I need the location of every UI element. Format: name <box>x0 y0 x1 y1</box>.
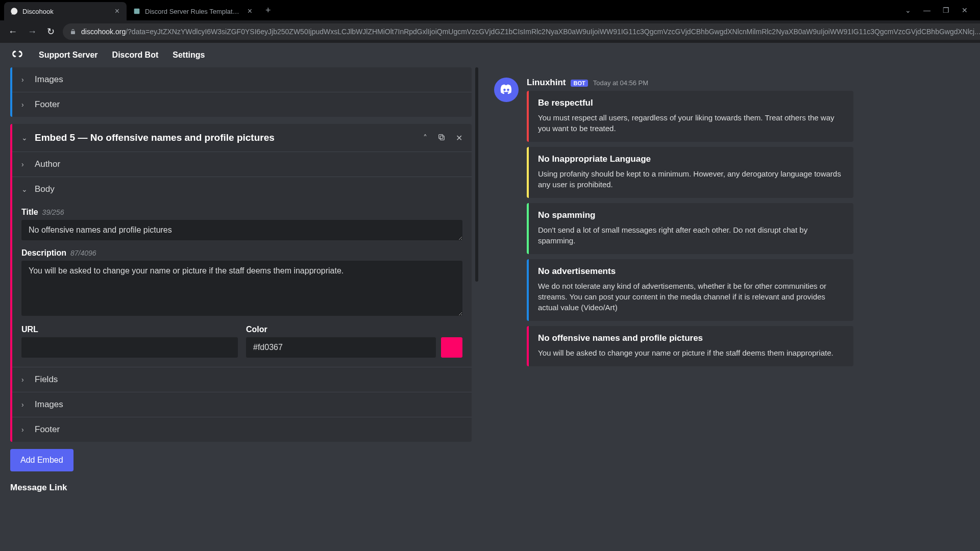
nav-settings[interactable]: Settings <box>173 51 205 60</box>
section-author[interactable]: › Author <box>12 152 472 177</box>
url-path: /?data=eyJtZXNzYWdlcyI6W3siZGF0YSI6eyJjb… <box>126 28 980 36</box>
title-label: Title 39/256 <box>21 208 462 217</box>
embed-header: ⌄ Embed 5 — No offensive names and profi… <box>12 124 472 152</box>
browser-tab-active[interactable]: Discohook × <box>4 2 127 20</box>
svg-rect-3 <box>440 136 444 140</box>
svg-rect-4 <box>439 134 443 138</box>
section-body-toggle[interactable]: ⌄ Body <box>12 177 472 202</box>
label-text: Description <box>21 248 66 258</box>
preview-embed: No offensive names and profile pictures … <box>527 326 853 366</box>
url-color-row: URL Color <box>21 325 462 358</box>
title-input[interactable] <box>21 220 462 240</box>
embed-description: You will be asked to change your name or… <box>538 347 844 358</box>
browser-chrome: Discohook × Discord Server Rules Templat… <box>0 0 980 43</box>
message-content: Linuxhint BOT Today at 04:56 PM Be respe… <box>527 78 966 371</box>
section-label: Images <box>35 74 63 85</box>
chevron-right-icon: › <box>21 425 29 434</box>
page-favicon <box>133 7 141 15</box>
chevron-down-icon: ⌄ <box>21 185 29 193</box>
color-row <box>246 337 462 358</box>
lock-icon <box>70 29 76 35</box>
label-text: Title <box>21 208 38 217</box>
duplicate-icon[interactable] <box>437 133 446 143</box>
url-host: discohook.org <box>81 28 126 36</box>
message-timestamp: Today at 04:56 PM <box>593 79 648 87</box>
section-label: Footer <box>35 99 60 110</box>
embed-card-prev: › Images › Footer <box>10 67 472 117</box>
section-label: Body <box>35 184 55 194</box>
minimize-icon[interactable]: — <box>923 6 930 14</box>
message-author: Linuxhint <box>527 78 566 88</box>
address-bar: ← → ↻ discohook.org/?data=eyJtZXNzYWdlcy… <box>0 20 980 43</box>
forward-button[interactable]: → <box>26 24 39 39</box>
section-footer[interactable]: › Footer <box>12 417 472 442</box>
preview-embed: Be respectful You must respect all users… <box>527 91 853 142</box>
preview-embed: No spamming Don't send a lot of small me… <box>527 203 853 254</box>
tab-bar: Discohook × Discord Server Rules Templat… <box>0 0 980 20</box>
tab-title: Discohook <box>22 8 110 15</box>
embed-title: Embed 5 — No offensive names and profile… <box>35 132 417 143</box>
url-input[interactable] <box>21 337 238 358</box>
label-text: Color <box>246 325 267 334</box>
embed-description: Don't send a lot of small messages right… <box>538 224 844 246</box>
message: Linuxhint BOT Today at 04:56 PM Be respe… <box>494 78 966 371</box>
app-body: › Images › Footer ⌄ Embed 5 — No offensi… <box>0 67 980 551</box>
scrollbar[interactable] <box>475 67 478 282</box>
nav-support-server[interactable]: Support Server <box>39 51 98 60</box>
nav-discord-bot[interactable]: Discord Bot <box>112 51 159 60</box>
section-label: Footer <box>35 424 60 435</box>
tab-title: Discord Server Rules Template | D <box>145 8 242 15</box>
chevron-right-icon: › <box>21 375 29 384</box>
close-icon[interactable]: ✕ <box>456 133 462 143</box>
color-input[interactable] <box>246 337 436 358</box>
message-link-label: Message Link <box>10 483 472 493</box>
url-label: URL <box>21 325 238 334</box>
preview-pane: Linuxhint BOT Today at 04:56 PM Be respe… <box>480 67 980 551</box>
embed-description: You must respect all users, regardless o… <box>538 112 844 134</box>
description-input[interactable] <box>21 261 462 316</box>
add-embed-button[interactable]: Add Embed <box>10 449 74 471</box>
maximize-icon[interactable]: ❐ <box>943 6 949 14</box>
color-field: Color <box>246 325 462 358</box>
embed-description: Using profanity should be kept to a mini… <box>538 168 844 190</box>
embed-title: No advertisements <box>538 266 844 277</box>
new-tab-button[interactable]: + <box>259 5 277 16</box>
url-field: URL <box>21 325 238 358</box>
browser-tab-inactive[interactable]: Discord Server Rules Template | D × <box>127 2 259 20</box>
tab-dropdown-icon[interactable]: ⌄ <box>905 6 911 14</box>
label-text: URL <box>21 325 38 334</box>
body-section: Title 39/256 Description 87/4096 URL <box>12 208 472 367</box>
preview-embed: No Inappropriate Language Using profanit… <box>527 147 853 198</box>
reload-button[interactable]: ↻ <box>45 24 57 39</box>
app: Support Server Discord Bot Settings › Im… <box>0 43 980 551</box>
url-text: discohook.org/?data=eyJtZXNzYWdlcyI6W3si… <box>81 28 980 36</box>
bot-badge: BOT <box>571 80 587 87</box>
section-footer[interactable]: › Footer <box>12 92 472 117</box>
close-window-icon[interactable]: ✕ <box>962 6 968 14</box>
discohook-favicon <box>10 7 18 15</box>
url-bar[interactable]: discohook.org/?data=eyJtZXNzYWdlcyI6W3si… <box>63 23 980 40</box>
section-images[interactable]: › Images <box>12 392 472 417</box>
chevron-down-icon[interactable]: ⌄ <box>21 134 29 142</box>
collapse-icon[interactable]: ˄ <box>423 133 427 143</box>
embed-card-5: ⌄ Embed 5 — No offensive names and profi… <box>10 124 472 442</box>
color-swatch[interactable] <box>441 337 462 358</box>
discohook-logo[interactable] <box>10 48 24 62</box>
description-label: Description 87/4096 <box>21 248 462 258</box>
section-label: Images <box>35 399 63 410</box>
embed-title: Be respectful <box>538 98 844 108</box>
preview-embed: No advertisements We do not tolerate any… <box>527 259 853 321</box>
embed-actions: ˄ ✕ <box>423 133 462 143</box>
section-images[interactable]: › Images <box>12 67 472 92</box>
embed-title: No Inappropriate Language <box>538 154 844 164</box>
section-label: Author <box>35 159 60 169</box>
close-icon[interactable]: × <box>247 6 253 17</box>
chevron-right-icon: › <box>21 160 29 168</box>
editor-pane: › Images › Footer ⌄ Embed 5 — No offensi… <box>0 67 480 551</box>
message-header: Linuxhint BOT Today at 04:56 PM <box>527 78 966 88</box>
chevron-right-icon: › <box>21 400 29 409</box>
back-button[interactable]: ← <box>6 24 19 39</box>
close-icon[interactable]: × <box>114 6 120 17</box>
section-fields[interactable]: › Fields <box>12 367 472 392</box>
embed-title: No spamming <box>538 210 844 220</box>
